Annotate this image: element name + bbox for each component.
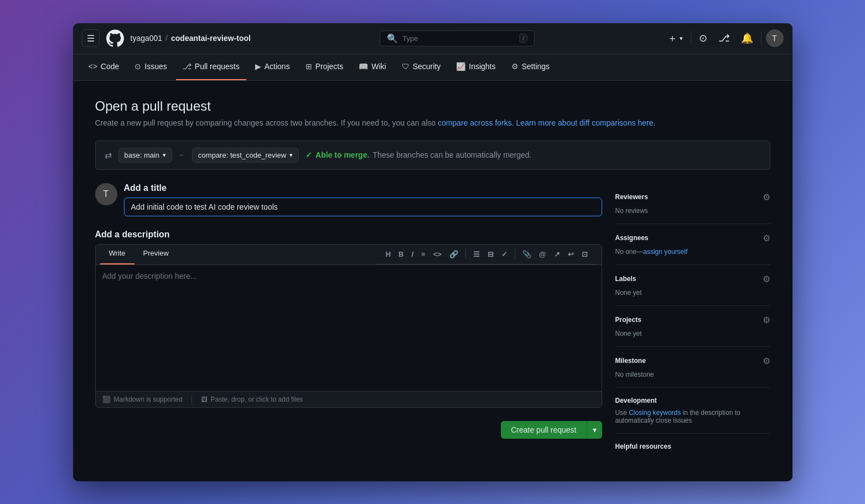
diff-comparisons-link[interactable]: Learn more about diff comparisons here. xyxy=(516,118,656,127)
search-box[interactable]: 🔍 / xyxy=(380,30,535,46)
search-icon: 🔍 xyxy=(387,33,398,44)
nav-code[interactable]: <> Code xyxy=(82,54,126,80)
labels-gear-icon[interactable]: ⚙ xyxy=(763,274,770,284)
breadcrumb-user[interactable]: tyaga001 xyxy=(131,34,163,43)
nav-wiki-label: Wiki xyxy=(371,62,386,71)
development-section: Development Use Closing keywords in the … xyxy=(615,388,770,434)
projects-gear-icon[interactable]: ⚙ xyxy=(763,315,770,325)
compare-branch-select[interactable]: compare: test_code_review ▾ xyxy=(192,148,299,163)
toolbar-italic[interactable]: I xyxy=(408,248,416,261)
development-prefix: Use xyxy=(615,409,629,417)
toolbar-checklist[interactable]: ✓ xyxy=(499,248,510,261)
page-subtitle: Create a new pull request by comparing c… xyxy=(95,118,770,127)
footer-divider xyxy=(191,395,192,404)
avatar-letter: T xyxy=(103,189,109,199)
labels-section: Labels ⚙ None yet xyxy=(615,265,770,306)
pr-author-avatar: T xyxy=(95,183,117,205)
toolbar-attach[interactable]: 📎 xyxy=(520,248,534,261)
toolbar-fullscreen[interactable]: ⊡ xyxy=(579,248,591,261)
user-avatar[interactable]: T xyxy=(766,29,784,47)
toolbar-link[interactable]: 🔗 xyxy=(447,248,461,261)
projects-header: Projects ⚙ xyxy=(615,315,770,325)
nav-actions[interactable]: ▶ Actions xyxy=(248,54,297,80)
sync-icon: ⇄ xyxy=(105,150,112,160)
helpful-resources-header: Helpful resources xyxy=(615,443,770,450)
projects-title: Projects xyxy=(615,316,641,324)
projects-value: None yet xyxy=(615,330,770,337)
milestone-title: Milestone xyxy=(615,357,646,365)
toolbar-mention[interactable]: @ xyxy=(536,248,549,261)
search-input[interactable] xyxy=(402,34,515,43)
image-icon: 🖼 xyxy=(201,396,208,403)
milestone-gear-icon[interactable]: ⚙ xyxy=(763,356,770,366)
topbar-divider xyxy=(691,32,691,45)
create-pull-request-button[interactable]: Create pull request xyxy=(501,421,586,439)
toolbar-cross-ref[interactable]: ↗ xyxy=(551,248,563,261)
main-content: Open a pull request Create a new pull re… xyxy=(73,81,793,481)
closing-keywords-link[interactable]: Closing keywords xyxy=(629,409,681,417)
helpful-resources-title: Helpful resources xyxy=(615,443,671,450)
code-icon: <> xyxy=(89,62,97,71)
nav-projects[interactable]: ⊞ Projects xyxy=(299,54,350,80)
tab-preview[interactable]: Preview xyxy=(134,245,178,264)
compare-forks-link[interactable]: compare across forks. xyxy=(438,118,514,127)
reviewers-value: No reviews xyxy=(615,207,770,215)
tab-write[interactable]: Write xyxy=(100,245,134,264)
nav-settings[interactable]: ⚙ Settings xyxy=(505,54,557,80)
projects-section: Projects ⚙ None yet xyxy=(615,306,770,347)
assignees-gear-icon[interactable]: ⚙ xyxy=(763,233,770,243)
base-branch-label: base: main xyxy=(125,151,160,159)
nav-insights[interactable]: 📈 Insights xyxy=(449,54,502,80)
nav-wiki[interactable]: 📖 Wiki xyxy=(352,54,392,80)
markdown-label: Markdown is supported xyxy=(114,396,183,403)
nav-pull-requests[interactable]: ⎇ Pull requests xyxy=(176,54,246,80)
assign-yourself-link[interactable]: assign yourself xyxy=(643,248,687,256)
toolbar-heading[interactable]: H xyxy=(383,248,393,261)
nav-settings-label: Settings xyxy=(522,62,550,71)
milestone-value: No milestone xyxy=(615,371,770,378)
toolbar-task-list[interactable]: ⊟ xyxy=(485,248,496,261)
labels-title: Labels xyxy=(615,275,636,283)
page-title: Open a pull request xyxy=(95,98,770,114)
pull-requests-button[interactable]: ⎇ xyxy=(715,29,733,48)
browser-window: ☰ tyaga001 / codeantai-review-tool 🔍 / ＋… xyxy=(73,23,793,481)
dropdown-arrow-icon: ▾ xyxy=(680,35,683,42)
hamburger-button[interactable]: ☰ xyxy=(82,29,100,47)
merge-suffix-text: These branches can be automatically merg… xyxy=(372,150,531,159)
milestone-section: Milestone ⚙ No milestone xyxy=(615,347,770,388)
toolbar-code[interactable]: <> xyxy=(431,248,444,261)
new-button[interactable]: ＋ ▾ xyxy=(664,28,686,48)
nav-security[interactable]: 🛡 Security xyxy=(395,54,448,80)
toolbar-bold[interactable]: B xyxy=(396,248,406,261)
editor-footer: ⬛ Markdown is supported 🖼 Paste, drop, o… xyxy=(96,391,602,407)
branch-bar: ⇄ base: main ▾ ← compare: test_code_revi… xyxy=(95,141,770,170)
nav-issues[interactable]: ⊙ Issues xyxy=(128,54,173,80)
editor-wrapper: Write Preview H B I ≡ <> 🔗 xyxy=(95,244,602,408)
toolbar-ordered-list[interactable]: ≡ xyxy=(418,248,428,261)
editor-tabs: Write Preview H B I ≡ <> 🔗 xyxy=(96,245,602,265)
reviewers-header: Reviewers ⚙ xyxy=(615,192,770,202)
description-textarea[interactable] xyxy=(102,272,595,382)
toolbar-unordered-list[interactable]: ☰ xyxy=(470,248,483,261)
description-section: Add a description Write Preview H B I ≡ xyxy=(95,230,602,408)
paste-info[interactable]: 🖼 Paste, drop, or click to add files xyxy=(201,396,303,403)
issues-button[interactable]: ⊙ xyxy=(696,29,711,48)
github-logo[interactable] xyxy=(106,29,124,47)
pr-header: T Add a title xyxy=(95,183,602,216)
toolbar-divider-2 xyxy=(515,249,515,259)
create-dropdown-button[interactable]: ▾ xyxy=(587,421,602,439)
pr-title-input[interactable] xyxy=(124,198,602,216)
editor-body[interactable] xyxy=(96,265,602,391)
notifications-button[interactable]: 🔔 xyxy=(738,29,757,48)
breadcrumb-repo[interactable]: codeantai-review-tool xyxy=(171,34,251,43)
reviewers-gear-icon[interactable]: ⚙ xyxy=(763,192,770,202)
base-branch-select[interactable]: base: main ▾ xyxy=(118,148,173,163)
subtitle-text: Create a new pull request by comparing c… xyxy=(95,118,438,127)
nav-issues-label: Issues xyxy=(144,62,167,71)
toolbar-undo[interactable]: ↩ xyxy=(565,248,577,261)
checkmark-icon: ✓ xyxy=(305,150,312,159)
submit-row: Create pull request ▾ xyxy=(95,421,602,439)
breadcrumb: tyaga001 / codeantai-review-tool xyxy=(131,34,251,43)
compare-dropdown-icon: ▾ xyxy=(289,152,293,159)
search-kbd: / xyxy=(519,34,527,43)
